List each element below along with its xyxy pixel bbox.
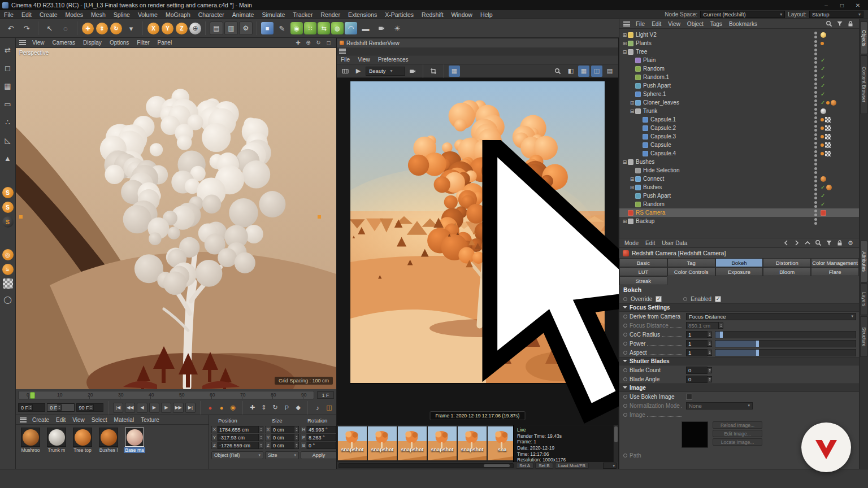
renderview-panel-menu-icon[interactable] bbox=[339, 49, 346, 54]
redshift-tag-icon[interactable]: ✓ bbox=[821, 99, 825, 106]
floor-icon[interactable]: ▬ bbox=[358, 21, 373, 36]
set-b-button[interactable]: Set B bbox=[535, 463, 553, 469]
render-camera-icon[interactable] bbox=[407, 66, 418, 77]
object-row-trunk[interactable]: ⊟Trunk bbox=[619, 107, 859, 115]
spinner[interactable] bbox=[708, 350, 712, 356]
viewport-menu-view[interactable]: View bbox=[28, 38, 49, 47]
prev-key-icon[interactable]: ◀◀ bbox=[125, 403, 135, 413]
material-menu-create[interactable]: Create bbox=[29, 415, 53, 424]
visibility-dots[interactable] bbox=[814, 142, 817, 149]
snapshot-thumbnail-4[interactable]: snapshot bbox=[428, 426, 457, 460]
expand-toggle-icon[interactable]: ⊞ bbox=[629, 100, 635, 106]
coord-value[interactable]: 45.993 ° bbox=[307, 426, 336, 433]
viewport-menu-panel[interactable]: Panel bbox=[154, 38, 176, 47]
menu-modes[interactable]: Modes bbox=[62, 10, 88, 19]
coord-value[interactable]: 0 ° bbox=[307, 442, 336, 449]
snapshot-thumbnail-2[interactable]: snapshot bbox=[368, 426, 397, 460]
range-start-field[interactable]: 0 F bbox=[18, 403, 45, 412]
substance-asset-2-icon[interactable]: S bbox=[2, 202, 14, 213]
material-item-mushroo[interactable]: Mushroo bbox=[19, 428, 42, 453]
reload-image-button[interactable]: Reload Image... bbox=[713, 421, 762, 429]
anim-dot[interactable] bbox=[623, 297, 627, 301]
viewport-menu-display[interactable]: Display bbox=[79, 38, 106, 47]
material-menu-texture[interactable]: Texture bbox=[137, 415, 163, 424]
symmetry-icon[interactable]: ⇆ bbox=[318, 22, 330, 34]
tab-flare[interactable]: Flare bbox=[811, 267, 859, 276]
visibility-dots[interactable] bbox=[814, 167, 817, 174]
node-space-select[interactable]: Current (Redshift) ▾ bbox=[700, 11, 785, 18]
blade-count-field[interactable]: 0 bbox=[686, 367, 708, 374]
slider-handle[interactable] bbox=[720, 332, 723, 338]
start-render-icon[interactable]: ▶ bbox=[353, 66, 364, 77]
size-mode-dropdown[interactable]: Size▾ bbox=[265, 451, 299, 459]
anim-dot[interactable] bbox=[623, 368, 627, 372]
texture-mode-icon[interactable]: ▦ bbox=[1, 79, 15, 93]
viewport-panel-menu-icon[interactable] bbox=[19, 40, 26, 45]
current-frame-field[interactable]: 0 F bbox=[47, 403, 74, 412]
menu-tracker[interactable]: Tracker bbox=[289, 10, 316, 19]
region-crop-icon[interactable] bbox=[428, 66, 439, 77]
anim-dot[interactable] bbox=[623, 395, 627, 399]
snapshot-film-icon[interactable] bbox=[340, 66, 351, 77]
render-settings-icon[interactable]: ⚙ bbox=[239, 21, 253, 35]
anim-dot[interactable] bbox=[623, 342, 627, 346]
snapshot-thumbnail-5[interactable]: snapshot bbox=[458, 426, 487, 460]
object-mode-dropdown[interactable]: Object (Rel)▾ bbox=[211, 451, 263, 459]
expand-toggle-icon[interactable]: ⊟ bbox=[622, 49, 628, 55]
visibility-dots[interactable] bbox=[814, 40, 817, 47]
spinner[interactable] bbox=[708, 367, 712, 373]
spinner[interactable] bbox=[89, 404, 94, 411]
tab-basic[interactable]: Basic bbox=[619, 258, 667, 267]
visibility-dots[interactable] bbox=[814, 176, 817, 182]
menu-character[interactable]: Character bbox=[194, 10, 228, 19]
visibility-dots[interactable] bbox=[814, 184, 817, 191]
renderview-title-bar[interactable]: Redshift RenderView bbox=[337, 38, 618, 47]
scale-icon[interactable]: ⇕ bbox=[96, 23, 108, 34]
selection-tag-icon[interactable] bbox=[821, 127, 824, 130]
goto-end-icon[interactable]: ▶| bbox=[185, 403, 196, 413]
normalization-mode-dropdown[interactable]: None▾ bbox=[686, 402, 753, 409]
spinner[interactable] bbox=[719, 323, 723, 329]
anim-dot[interactable] bbox=[623, 324, 627, 328]
back-icon[interactable] bbox=[782, 239, 790, 247]
selection-tag-icon[interactable] bbox=[821, 135, 824, 138]
object-row-random-1[interactable]: Random.1✓ bbox=[619, 73, 859, 81]
visibility-dots[interactable] bbox=[814, 32, 817, 38]
menu-edit[interactable]: Edit bbox=[18, 10, 36, 19]
panels-icon[interactable]: ◫ bbox=[591, 66, 602, 77]
tab-tag[interactable]: Tag bbox=[667, 258, 715, 267]
object-row-plain[interactable]: Plain✓ bbox=[619, 56, 859, 64]
visibility-dots[interactable] bbox=[814, 99, 817, 106]
viewport-menu-filter[interactable]: Filter bbox=[133, 38, 153, 47]
viewport-menu-cameras[interactable]: Cameras bbox=[49, 38, 80, 47]
focus-distance-field[interactable]: 850.1 cm bbox=[686, 322, 719, 329]
move-icon[interactable]: ✚ bbox=[82, 23, 94, 34]
uvw-tag-icon[interactable] bbox=[825, 117, 831, 123]
material-thumbnail[interactable] bbox=[73, 428, 92, 447]
bend-deformer-icon[interactable]: ◠ bbox=[345, 22, 357, 34]
timeline-playhead[interactable] bbox=[30, 392, 35, 399]
object-manager-panel-menu-icon[interactable] bbox=[623, 21, 630, 27]
aspect-slider[interactable] bbox=[715, 349, 856, 356]
material-tag-icon[interactable] bbox=[826, 185, 832, 190]
spinner[interactable] bbox=[708, 341, 712, 347]
redshift-tag-icon[interactable]: ✓ bbox=[821, 193, 825, 199]
up-icon[interactable] bbox=[804, 239, 811, 247]
object-menu-object[interactable]: Object bbox=[684, 19, 707, 28]
visibility-dots[interactable] bbox=[814, 57, 817, 64]
move-view-icon[interactable]: ✚ bbox=[294, 38, 302, 47]
horizontal-scrollbar[interactable] bbox=[338, 463, 514, 468]
object-row-push-apart[interactable]: Push Apart✓ bbox=[619, 81, 859, 90]
load-mod-fb-button[interactable]: Load Mod/FB bbox=[555, 463, 589, 469]
volume-builder-icon[interactable]: ◍ bbox=[331, 22, 344, 34]
spinner[interactable] bbox=[294, 434, 299, 441]
coord-value[interactable]: 0 cm bbox=[271, 434, 294, 441]
visibility-dots[interactable] bbox=[814, 159, 817, 165]
material-menu-material[interactable]: Material bbox=[111, 415, 138, 424]
anim-dot[interactable] bbox=[623, 413, 627, 417]
material-thumbnail[interactable] bbox=[99, 428, 118, 447]
image-preview[interactable] bbox=[682, 421, 708, 448]
coord-value[interactable]: 0 cm bbox=[271, 442, 294, 449]
key-scale-icon[interactable]: ⇕ bbox=[259, 403, 268, 413]
prev-frame-icon[interactable]: ◀ bbox=[137, 403, 147, 413]
